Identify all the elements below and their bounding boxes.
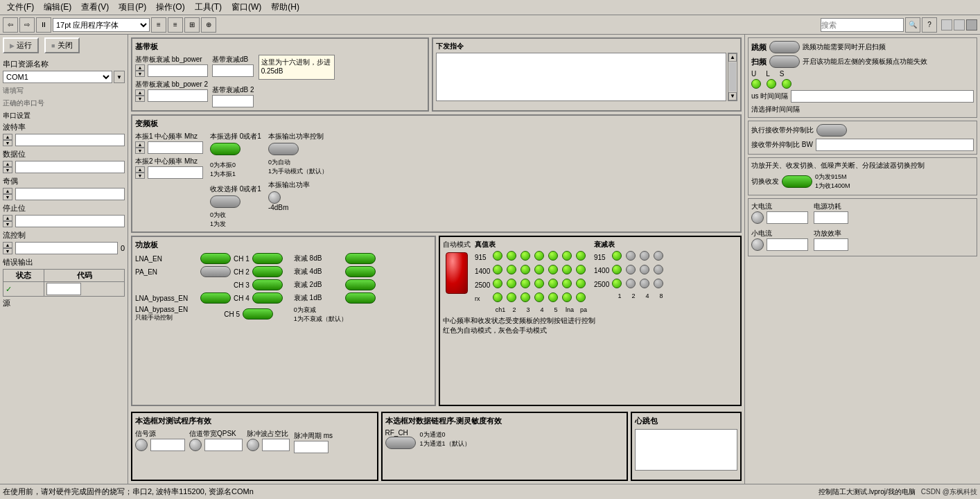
- scroll-down[interactable]: ▼: [728, 92, 737, 100]
- low-current-knob[interactable]: [751, 238, 764, 251]
- toolbar-forward[interactable]: ⇨: [19, 17, 35, 33]
- at-r3c1[interactable]: [612, 279, 622, 288]
- bb-power2-up[interactable]: ▲: [135, 89, 145, 96]
- flow-up[interactable]: ▲: [3, 242, 12, 248]
- td-r1c7[interactable]: [576, 251, 586, 261]
- parity-input[interactable]: None: [15, 188, 125, 200]
- run-button[interactable]: ▶ 运行: [3, 37, 39, 53]
- at-r2c2[interactable]: [626, 265, 636, 274]
- command-scroll-area[interactable]: [436, 53, 726, 101]
- td-r2c6[interactable]: [562, 265, 572, 274]
- ch5-btn[interactable]: [243, 308, 273, 319]
- osc2-up[interactable]: ▲: [135, 166, 145, 173]
- error-code-input[interactable]: 0: [46, 283, 81, 295]
- menu-window[interactable]: 窗口(W): [227, 0, 265, 15]
- td-r4c6[interactable]: [562, 292, 572, 302]
- search-btn[interactable]: 🔍: [905, 17, 920, 33]
- port-select[interactable]: COM1: [3, 71, 112, 83]
- td-r3c2[interactable]: [507, 279, 516, 288]
- power-consumption-input[interactable]: 0: [814, 211, 848, 224]
- u-dot[interactable]: [751, 79, 761, 89]
- channel-bw-input[interactable]: 20Mhz: [204, 439, 243, 451]
- td-r3c1[interactable]: [493, 279, 502, 288]
- auto-mode-cylinder[interactable]: [446, 252, 468, 294]
- scan-btn[interactable]: [769, 55, 800, 68]
- search-input[interactable]: [821, 18, 904, 32]
- at-r1c3[interactable]: [640, 251, 649, 261]
- td-r4c2[interactable]: [507, 292, 516, 302]
- at-r1c1[interactable]: [612, 251, 622, 261]
- lna-bypass-btn[interactable]: [200, 292, 231, 304]
- at-r3c3[interactable]: [640, 279, 649, 288]
- osc1-up[interactable]: ▲: [135, 141, 145, 148]
- layout-btn1[interactable]: [941, 19, 952, 30]
- ch4-btn[interactable]: [252, 292, 283, 304]
- at-r2c1[interactable]: [612, 265, 622, 274]
- toolbar-back[interactable]: ⇦: [3, 17, 18, 33]
- toolbar-btn3[interactable]: ⊞: [184, 17, 200, 33]
- lna-en-btn[interactable]: [200, 253, 231, 264]
- rf-ch-btn[interactable]: [385, 437, 416, 449]
- osc-sel-btn[interactable]: [210, 143, 240, 155]
- flow-down[interactable]: ▼: [3, 248, 12, 254]
- l-dot[interactable]: [767, 79, 776, 89]
- att1-btn[interactable]: [345, 292, 376, 304]
- heart-scroll-area[interactable]: [635, 429, 737, 471]
- low-current-input[interactable]: 0.539: [767, 238, 808, 251]
- menu-view[interactable]: 查看(V): [77, 0, 113, 15]
- databits-up[interactable]: ▲: [3, 161, 12, 167]
- stopbits-down[interactable]: ▼: [3, 221, 12, 227]
- toolbar-btn2[interactable]: ≡: [168, 17, 183, 33]
- menu-operate[interactable]: 操作(O): [152, 0, 189, 15]
- at-r3c2[interactable]: [626, 279, 636, 288]
- att2-btn[interactable]: [345, 279, 376, 290]
- osc2-down[interactable]: ▼: [135, 173, 145, 179]
- exec-filter-btn[interactable]: [816, 124, 847, 137]
- ch2-btn[interactable]: [252, 266, 283, 277]
- bb-power-input[interactable]: 40: [148, 64, 208, 77]
- stopbits-input[interactable]: 1.0: [15, 215, 125, 227]
- ch1-btn[interactable]: [252, 253, 283, 264]
- osc2-input[interactable]: 1400: [148, 166, 203, 179]
- td-r3c5[interactable]: [548, 279, 558, 288]
- baud-input[interactable]: 115200: [15, 134, 125, 146]
- power-knob[interactable]: [268, 191, 281, 204]
- td-r2c1[interactable]: [493, 265, 502, 274]
- td-r3c4[interactable]: [534, 279, 544, 288]
- menu-tools[interactable]: 工具(T): [191, 0, 226, 15]
- menu-edit[interactable]: 编辑(E): [40, 0, 76, 15]
- switch-rx-btn[interactable]: [782, 175, 812, 188]
- td-r1c4[interactable]: [534, 251, 544, 261]
- menu-help[interactable]: 帮助(H): [267, 0, 304, 15]
- td-r1c3[interactable]: [520, 251, 530, 261]
- layout-btn3[interactable]: [966, 19, 977, 30]
- baud-up[interactable]: ▲: [3, 134, 12, 140]
- parity-up[interactable]: ▲: [3, 188, 12, 194]
- flow-input[interactable]: 无: [15, 242, 118, 254]
- td-r3c6[interactable]: [562, 279, 572, 288]
- at-r2c3[interactable]: [640, 265, 649, 274]
- td-r3c3[interactable]: [520, 279, 530, 288]
- databits-down[interactable]: ▼: [3, 167, 12, 173]
- att8-btn[interactable]: [345, 253, 376, 264]
- high-current-input[interactable]: 1.397: [767, 211, 808, 224]
- pulse-duty-knob[interactable]: [247, 439, 259, 451]
- signal-input[interactable]: 输出0: [150, 439, 185, 451]
- td-r4c5[interactable]: [548, 292, 558, 302]
- tx-sel-btn[interactable]: [210, 195, 240, 208]
- att4-btn[interactable]: [345, 266, 376, 277]
- at-r2c4[interactable]: [654, 265, 663, 274]
- filter-bw-input[interactable]: 20M: [816, 139, 974, 151]
- pulse-period-input[interactable]: 100: [294, 441, 329, 453]
- menu-file[interactable]: 文件(F): [3, 0, 38, 15]
- td-r2c3[interactable]: [520, 265, 530, 274]
- td-r1c6[interactable]: [562, 251, 572, 261]
- parity-down[interactable]: ▼: [3, 194, 12, 200]
- pulse-duty-input[interactable]: 20: [262, 439, 290, 451]
- stop-button[interactable]: ■ 关闭: [44, 37, 80, 53]
- osc1-input[interactable]: 1400: [148, 141, 203, 154]
- at-r3c4[interactable]: [654, 279, 663, 288]
- bb-power-down[interactable]: ▼: [135, 71, 145, 77]
- td-r3c7[interactable]: [576, 279, 586, 288]
- osc1-down[interactable]: ▼: [135, 148, 145, 154]
